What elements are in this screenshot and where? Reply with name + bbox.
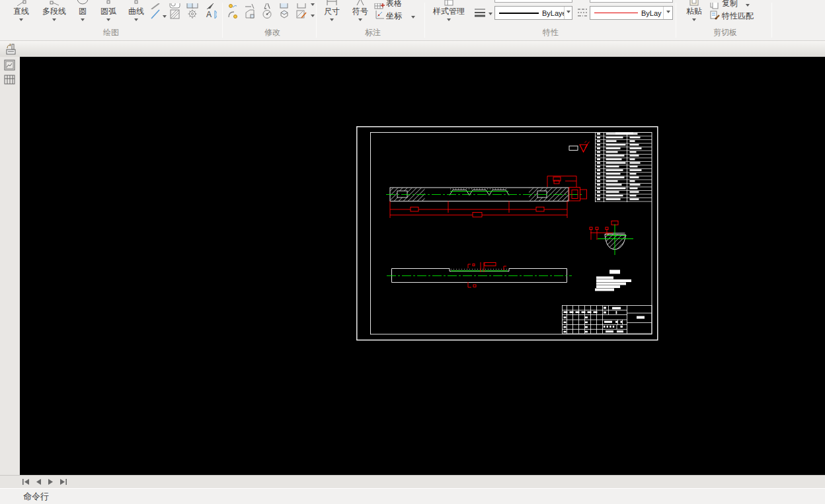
paste-label: 粘贴 <box>686 6 702 17</box>
sketch-line-caret-icon[interactable] <box>163 15 167 20</box>
color-value: ByLay <box>641 9 663 17</box>
annotate-group-label: 标注 <box>365 27 381 38</box>
circle-dropdown-caret-icon[interactable] <box>81 18 85 23</box>
file-tabbar: 装配图.dwg 助力部件外壳.dwg 行星轮.dwg 减速器小齿轮.dwg 减速… <box>0 41 825 57</box>
style-manager-icon <box>443 0 455 6</box>
lineweight-icon[interactable] <box>473 7 487 21</box>
style-manager-caret-icon[interactable] <box>447 18 451 23</box>
edit-hatch-tool-icon[interactable] <box>296 9 307 22</box>
line-label: 直线 <box>13 6 29 17</box>
ribbon-toolbar: 直线 多段线 圆 圆弧 曲线 <box>0 0 825 41</box>
image-frame-icon[interactable] <box>3 59 17 74</box>
main-area <box>0 57 825 475</box>
next-layout-icon[interactable] <box>47 478 54 486</box>
model-tab-label: 模型 <box>77 476 93 487</box>
linetype-preview-line <box>499 13 539 14</box>
polyline-icon <box>49 0 59 6</box>
line-button[interactable]: 直线 <box>7 0 36 23</box>
file-tab-label: 装配图.dwg <box>19 44 59 55</box>
layout1-tab-label: 布局1 <box>73 476 93 487</box>
color-combo-caret-icon[interactable] <box>663 7 672 19</box>
symbol-caret-icon[interactable] <box>358 18 362 23</box>
linetype-combo-caret-icon[interactable] <box>564 7 572 19</box>
layout-nav-buttons <box>22 476 67 488</box>
color-combobox[interactable]: ByLay <box>590 6 673 20</box>
group-divider <box>316 3 317 38</box>
rack-main-view <box>386 176 587 219</box>
circle-button[interactable]: 圆 <box>73 0 93 23</box>
linetype-style-icon[interactable] <box>576 6 588 22</box>
arc-button[interactable]: 圆弧 <box>94 0 123 23</box>
rack-dimension-labels <box>411 207 544 217</box>
linetype-value: ByLayer <box>542 9 564 17</box>
command-line-label: 命令行 <box>23 491 49 503</box>
previous-layout-icon[interactable] <box>35 478 42 486</box>
arc-label: 圆弧 <box>100 6 116 17</box>
rack-plan-view <box>387 262 572 287</box>
linetype-combobox[interactable]: ByLayer <box>494 6 572 20</box>
text-style-icon[interactable]: A <box>205 9 217 22</box>
symbol-button[interactable]: 符号 <box>348 0 373 23</box>
layout-statusbar: 模型 布局1 <box>0 475 825 488</box>
roughness-symbol <box>569 141 590 153</box>
group-divider <box>222 3 223 38</box>
tab-close-icon[interactable]: × <box>30 46 35 55</box>
style-manager-button[interactable]: 样式管理 <box>427 0 471 23</box>
copy-caret-icon[interactable] <box>746 4 750 9</box>
grid-table-icon[interactable] <box>3 74 17 89</box>
curve-dropdown-caret-icon[interactable] <box>134 18 138 23</box>
cad-sheet-chitiao-drawing[interactable] <box>356 126 658 341</box>
line-dropdown-caret-icon[interactable] <box>19 18 23 23</box>
dimension-caret-icon[interactable] <box>330 18 334 23</box>
command-line-bar[interactable]: 命令行 <box>0 488 825 504</box>
symbol-icon <box>354 0 366 6</box>
modify-row2-caret-icon[interactable] <box>311 15 315 19</box>
drawing-canvas[interactable] <box>20 57 825 475</box>
gear-block-icon[interactable] <box>186 9 198 22</box>
sketch-line-icon[interactable] <box>150 9 161 22</box>
hatch-icon[interactable] <box>169 9 181 22</box>
circle-label: 圆 <box>79 6 87 17</box>
polyline-button[interactable]: 多段线 <box>36 0 73 23</box>
group-divider <box>424 3 425 38</box>
paste-icon <box>689 0 699 6</box>
dimension-icon <box>326 0 338 6</box>
symbol-label: 符号 <box>352 6 368 17</box>
group-divider <box>771 3 772 38</box>
array-tool-icon[interactable] <box>279 9 290 22</box>
polyline-dropdown-caret-icon[interactable] <box>52 18 56 23</box>
match-properties-icon <box>710 10 721 23</box>
lineweight-caret-icon[interactable] <box>489 13 492 17</box>
svg-text:A: A <box>206 10 212 19</box>
line-icon <box>16 0 26 6</box>
table-button[interactable]: 表格 <box>386 0 402 9</box>
first-layout-icon[interactable] <box>22 478 30 486</box>
dimension-button[interactable]: 尺寸 <box>319 0 345 23</box>
paste-caret-icon[interactable] <box>692 18 696 23</box>
style-manager-label: 样式管理 <box>433 6 465 17</box>
circle-icon <box>77 0 89 6</box>
curve-button[interactable]: 曲线 <box>123 0 149 23</box>
copy-button[interactable]: 复制 <box>722 0 738 9</box>
last-layout-icon[interactable] <box>59 478 67 486</box>
curve-label: 曲线 <box>128 6 144 17</box>
parameter-table <box>595 133 652 203</box>
modify-group-label: 修改 <box>264 27 280 38</box>
chamfer-tool-icon[interactable] <box>245 9 255 22</box>
draw-group-label: 绘图 <box>103 27 119 38</box>
curve-icon <box>131 0 141 6</box>
cutoff-combo <box>494 0 572 3</box>
modify-row1-caret-icon[interactable] <box>311 3 315 8</box>
technical-notes-block <box>595 270 631 291</box>
coordinate-caret-icon[interactable] <box>411 16 415 20</box>
coordinate-button[interactable]: 坐标 <box>386 11 402 22</box>
group-divider <box>676 3 676 38</box>
fillet-tool-icon[interactable] <box>227 9 238 22</box>
coordinate-icon <box>374 10 385 23</box>
clipboard-group-label: 剪切板 <box>713 27 737 38</box>
color-preview-line <box>594 13 638 14</box>
rotate-tool-icon[interactable] <box>262 9 272 22</box>
match-properties-button[interactable]: 特性匹配 <box>722 11 754 22</box>
paste-button[interactable]: 粘贴 <box>680 0 709 23</box>
arc-dropdown-caret-icon[interactable] <box>106 18 110 23</box>
